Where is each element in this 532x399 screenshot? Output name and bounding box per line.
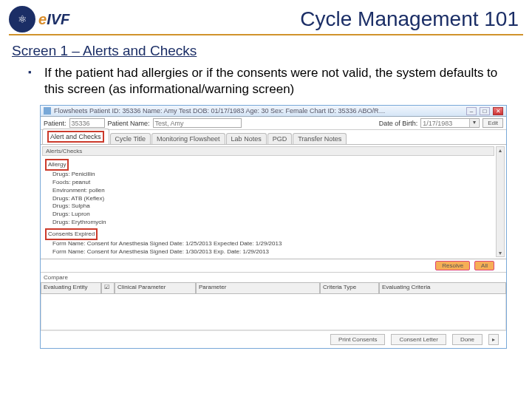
edit-button[interactable]: Edit [482,118,503,128]
alerts-panel-head: Alerts/Checks [42,146,494,156]
bottom-button-row: Print Consents Consent Letter Done ▸ [41,330,506,348]
allergy-item: Drugs: ATB (Keflex) [45,195,503,203]
patient-name-field[interactable]: Test, Amy [153,118,242,128]
alerts-panel-body: Allergy Drugs: Penicillin Foods: peanut … [42,156,506,257]
patient-id-field[interactable]: 35336 [69,118,105,128]
grid-body[interactable] [41,294,506,330]
scrollbar[interactable]: ▴ ▾ [496,146,505,257]
done-button[interactable]: Done [452,334,482,345]
tab-transfer[interactable]: Transfer Notes [293,133,347,144]
all-button[interactable]: All [474,261,494,270]
dob-label: Date of Birth: [379,120,418,127]
compare-label: Compare [41,273,506,282]
print-consents-button[interactable]: Print Consents [330,334,385,345]
consent-letter-button[interactable]: Consent Letter [391,334,446,345]
scroll-up-icon[interactable]: ▴ [497,147,504,154]
consents-heading: Consents Expired [45,228,98,240]
action-button-row: Resolve All [41,259,506,273]
logo-atom-icon: ⚛ [9,6,35,33]
next-arrow-button[interactable]: ▸ [488,334,499,345]
col-evaluating-entity[interactable]: Evaluating Entity [41,282,101,294]
minimize-button[interactable]: – [466,107,477,115]
allergy-item: Drugs: Penicillin [45,171,503,179]
col-checkbox[interactable]: ☑ [101,282,115,294]
tab-monitoring[interactable]: Monitoring Flowsheet [151,133,225,144]
section-subhead: Screen 1 – Alerts and Checks [12,43,520,59]
allergy-item: Drugs: Lupron [45,211,503,219]
embedded-screenshot: Flowsheets Patient ID: 35336 Name: Amy T… [40,105,507,349]
logo-text: eIVF [38,11,69,28]
window-title: Flowsheets Patient ID: 35336 Name: Amy T… [54,107,463,115]
col-criteria-type[interactable]: Criteria Type [320,282,379,294]
allergy-item: Drugs: Sulpha [45,202,503,211]
allergy-item: Foods: peanut [45,179,503,187]
consent-item: Form Name: Consent for Anesthesia Signed… [45,248,503,256]
allergy-item: Drugs: Erythromycin [45,219,503,227]
window-icon [44,107,51,115]
slide-title: Cycle Management 101 [300,7,519,31]
allergy-heading: Allergy [45,159,69,171]
col-parameter[interactable]: Parameter [196,282,320,294]
tab-cycle-title[interactable]: Cycle Title [110,133,151,144]
col-evaluating-criteria[interactable]: Evaluating Criteria [379,282,506,294]
bullet-point: If the patient had allergies or if the c… [44,65,507,98]
slide-header: ⚛ eIVF Cycle Management 101 [0,0,532,34]
patient-info-row: Patient: 35336 Patient Name: Test, Amy D… [41,117,506,130]
dob-field[interactable]: 1/17/1983 [420,118,480,128]
tab-lab-notes[interactable]: Lab Notes [226,133,267,144]
scroll-down-icon[interactable]: ▾ [497,250,504,256]
tab-strip: Alert and Checks Cycle Title Monitoring … [41,130,506,145]
col-clinical-parameter[interactable]: Clinical Parameter [115,282,196,294]
grid-header: Evaluating Entity ☑ Clinical Parameter P… [41,282,506,294]
allergy-item: Environment: pollen [45,187,503,195]
patient-id-label: Patient: [44,120,66,127]
tab-alerts[interactable]: Alert and Checks [42,129,109,144]
tab-pgd[interactable]: PGD [267,133,293,144]
consent-item: Form Name: Consent for Anesthesia Signed… [45,240,503,248]
close-button[interactable]: ✕ [493,107,503,115]
patient-name-label: Patient Name: [108,120,150,127]
header-rule [9,34,523,35]
logo: ⚛ eIVF [9,6,69,33]
resolve-button[interactable]: Resolve [435,261,470,270]
alerts-panel: Alerts/Checks Allergy Drugs: Penicillin … [41,145,506,259]
maximize-button[interactable]: □ [480,107,490,115]
window-titlebar: Flowsheets Patient ID: 35336 Name: Amy T… [41,106,506,117]
